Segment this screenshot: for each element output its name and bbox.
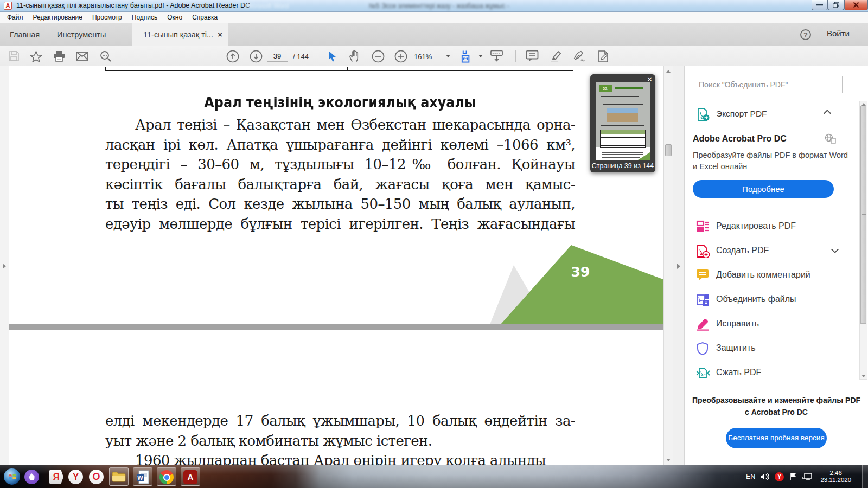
menu-file[interactable]: Файл (2, 14, 28, 21)
toolbar-separator (317, 50, 317, 62)
title-bar: A 11-сынып қазақ тілі жаратылыстану бағы… (0, 0, 868, 12)
left-panel-expand-icon[interactable] (3, 264, 6, 269)
doc-line: елді мекендерде 17 балық ұжымшары, 10 ба… (105, 411, 575, 431)
expand-chevron-icon[interactable] (831, 246, 839, 253)
combine-files-icon (696, 293, 710, 307)
system-tray: EN Y 2:46 23.11.2020 (746, 465, 851, 488)
show-desktop-button[interactable] (862, 465, 868, 488)
sidebar-item-label: Добавить комментарий (716, 270, 810, 280)
sidebar-item-edit-pdf[interactable]: Редактировать PDF (685, 214, 859, 239)
help-icon[interactable]: ? (800, 29, 811, 40)
left-panel-strip[interactable] (0, 66, 9, 465)
restore-button[interactable] (828, 0, 844, 10)
protect-shield-icon (696, 342, 709, 356)
sign-in-button[interactable]: Войти (827, 29, 850, 38)
bottom-promo: Преобразовывайте и изменяйте файлы PDF с… (685, 394, 868, 418)
tab-close-icon[interactable]: × (218, 30, 222, 39)
action-center-flag-icon[interactable] (789, 472, 797, 481)
sidebar-item-add-comment[interactable]: Добавить комментарий (685, 263, 859, 287)
print-icon[interactable] (52, 49, 66, 63)
zoom-level-label[interactable]: 161% (414, 53, 432, 61)
yandex-tray-icon[interactable]: Y (775, 472, 784, 481)
taskbar-app-explorer[interactable] (109, 467, 129, 486)
sign-pen-icon[interactable] (573, 49, 586, 63)
scrollbar-thumb[interactable] (665, 144, 672, 156)
pro-title: Adobe Acrobat Pro DC (693, 134, 787, 144)
taskbar-app-word[interactable]: W (133, 467, 152, 486)
volume-icon[interactable] (760, 472, 770, 481)
scrollbar-thumb[interactable] (860, 106, 866, 324)
start-button[interactable] (4, 468, 20, 485)
tab-home[interactable]: Главная (10, 23, 40, 46)
scroll-down-arrow[interactable] (666, 459, 671, 461)
scroll-mode-icon[interactable] (490, 49, 503, 63)
zoom-out-icon[interactable] (371, 49, 385, 63)
sidebar-item-combine-files[interactable]: Объединить файлы (685, 287, 859, 312)
doc-line: ласқан ірі көл. Апатқа ұшырағанға дейінг… (105, 135, 575, 155)
scroll-up-arrow[interactable] (666, 70, 671, 73)
acrobat-app-icon: A (4, 2, 12, 10)
tools-panel-strip[interactable] (673, 66, 685, 465)
sidebar-item-protect[interactable]: Защитить (685, 336, 859, 361)
toolbar-separator (515, 50, 516, 62)
language-indicator[interactable]: EN (746, 473, 755, 480)
sidebar-item-compress-pdf[interactable]: Сжать PDF (685, 361, 859, 385)
tab-document-label: 11-сынып қазақ ті... (143, 30, 213, 39)
previous-page-icon[interactable] (226, 49, 239, 63)
taskbar-app-browser-purple[interactable] (24, 470, 39, 484)
comment-icon[interactable] (525, 49, 539, 63)
taskbar-app-opera[interactable]: O (89, 470, 104, 484)
sidebar-item-fix[interactable]: Исправить (685, 312, 859, 336)
sidebar-scrollbar[interactable] (859, 101, 867, 380)
fit-dropdown-caret[interactable] (478, 55, 483, 57)
star-icon[interactable] (29, 49, 43, 63)
taskbar-app-chrome[interactable] (157, 467, 176, 486)
separator (685, 213, 859, 213)
menu-help[interactable]: Справка (187, 14, 222, 21)
tab-tools[interactable]: Инструменты (57, 23, 106, 46)
details-button[interactable]: Подробнее (693, 180, 834, 198)
zoom-dropdown-caret[interactable] (446, 55, 450, 57)
document-canvas[interactable]: Арал теңізінің экологиялық ахуалы Арал т… (9, 66, 663, 465)
sidebar-item-create-pdf[interactable]: Создать PDF (685, 239, 859, 263)
vertical-scrollbar[interactable] (663, 66, 673, 465)
page-number-input[interactable] (267, 51, 288, 62)
page-preview-popup: ✕ 52. Стр (590, 74, 655, 172)
zoom-in-icon[interactable] (394, 49, 407, 63)
tab-document[interactable]: 11-сынып қазақ ті... × (132, 23, 228, 46)
separator (685, 126, 859, 126)
next-page-icon[interactable] (249, 49, 263, 63)
taskbar-app-acrobat[interactable]: A (181, 467, 200, 486)
tab-bar: Главная Инструменты 11-сынып қазақ ті...… (0, 23, 868, 46)
hand-tool-icon[interactable] (348, 49, 361, 63)
fit-width-icon[interactable] (460, 49, 474, 63)
fill-sign-icon[interactable] (597, 49, 610, 63)
menu-window[interactable]: Окно (162, 14, 187, 21)
document-heading: Арал теңізінің экологиялық ахуалы (124, 94, 557, 111)
sidebar-item-label: Объединить файлы (716, 294, 796, 304)
menu-edit[interactable]: Редактирование (28, 14, 87, 21)
tools-search-input[interactable] (693, 76, 843, 93)
collapse-chevron-icon[interactable] (824, 110, 831, 117)
save-icon[interactable] (7, 49, 21, 63)
network-icon[interactable] (802, 472, 813, 481)
sidebar-item-label: Редактировать PDF (716, 221, 796, 231)
select-tool-icon[interactable] (326, 49, 339, 63)
sidebar-item-label: Защитить (716, 343, 756, 353)
scroll-down-arrow[interactable] (861, 375, 866, 377)
menu-sign[interactable]: Подпись (127, 14, 163, 21)
email-icon[interactable] (75, 49, 89, 63)
clock[interactable]: 2:46 23.11.2020 (820, 470, 851, 484)
minimize-button[interactable] (812, 0, 828, 10)
free-trial-button[interactable]: Бесплатная пробная версия (726, 428, 827, 448)
tools-panel-expand-icon[interactable] (677, 264, 680, 269)
close-button[interactable] (844, 0, 868, 10)
taskbar-app-yandex[interactable]: Y (68, 470, 83, 484)
highlighter-icon[interactable] (549, 49, 563, 63)
search-zoom-icon[interactable] (99, 49, 112, 63)
promo-text: Преобразовывайте и изменяйте файлы PDF (685, 394, 868, 406)
page-thumbnail: 52. (596, 82, 650, 160)
sidebar-item-export-pdf[interactable]: Экспорт PDF (685, 103, 859, 126)
menu-view[interactable]: Просмотр (87, 14, 127, 21)
taskbar-app-yandex-browser[interactable]: Я (49, 470, 63, 484)
